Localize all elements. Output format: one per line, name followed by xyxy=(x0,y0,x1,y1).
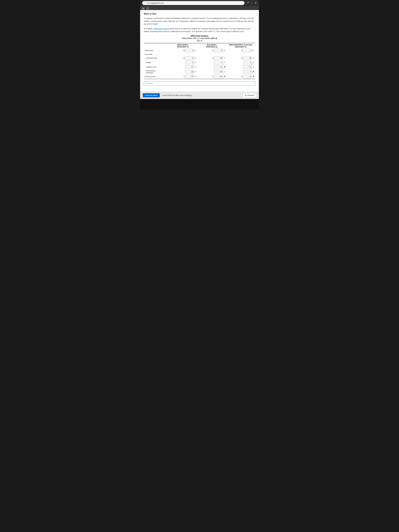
row-label-freight: Freight xyxy=(144,60,168,65)
star-icon[interactable]: ☆ xyxy=(251,2,253,5)
cell-sales-diff: $ ✓ xyxy=(226,48,255,53)
input-sales-diff[interactable] xyxy=(243,49,252,52)
col-header-label xyxy=(144,43,168,48)
address-bar[interactable]: ⓘ v2.cengagenow.com xyxy=(142,1,245,5)
table-row-variable: Variable costs ✓ ✗ xyxy=(144,65,255,69)
input-variable-alt2[interactable] xyxy=(214,65,223,69)
input-freight-diff[interactable] xyxy=(243,61,252,64)
x-icon-variable-alt2: ✗ xyxy=(224,66,226,68)
input-freight-alt2[interactable] xyxy=(214,61,223,64)
table-row-income: Income (Loss) $ ✓ $ ✗ xyxy=(144,74,255,79)
cell-fixed-diff: ✗ xyxy=(226,69,255,74)
input-fixed-alt2[interactable] xyxy=(214,70,223,74)
check-icon-sales-diff: ✓ xyxy=(253,49,254,52)
calc-icon[interactable]: 🗒 xyxy=(146,7,149,10)
browser-chrome: ⓘ v2.cengagenow.com 🎤 ☆ ⬆ xyxy=(140,0,259,6)
check-icon-purchase-alt2: ✓ xyxy=(224,57,226,59)
diff-table: Make Bottles(Alternative 1) Buy Bottles(… xyxy=(144,43,255,79)
x-icon-income-alt2: ✗ xyxy=(224,75,226,78)
cell-variable-alt2: ✗ xyxy=(197,65,226,69)
check-icon-fixed-alt1: ✓ xyxy=(195,70,196,73)
tab-bar: ▶ 🗒 xyxy=(140,6,259,10)
input-freight-alt1[interactable] xyxy=(185,61,194,64)
analysis-date: July 31 xyxy=(144,40,255,42)
share-icon[interactable]: ⬆ xyxy=(255,2,257,5)
input-income-diff[interactable] xyxy=(243,75,252,78)
info-icon: ⓘ xyxy=(144,2,146,4)
table-row: Sales price $ ✓ $ ✓ xyxy=(144,48,255,53)
analysis-title: Differential Analysis xyxy=(144,35,255,37)
cell-freight-diff: ✓ xyxy=(226,60,255,65)
previous-label: Previous xyxy=(247,94,254,96)
browser-icons: 🎤 ☆ ⬆ xyxy=(246,2,257,5)
cell-fixed-alt2: ✓ xyxy=(197,69,226,74)
check-icon-purchase-alt1: ✓ xyxy=(195,57,196,59)
check-icon-variable-diff: ✓ xyxy=(253,66,254,68)
input-sales-alt1[interactable] xyxy=(185,49,194,52)
cell-sales-alt2: $ ✓ xyxy=(197,48,226,53)
part-a-text: a. Prepare a differential analysis dated… xyxy=(144,27,255,33)
previous-button[interactable]: ❮ Previous xyxy=(243,93,256,97)
input-purchase-alt2[interactable] xyxy=(214,56,223,60)
cell-variable-alt1: ✓ xyxy=(168,65,197,69)
cell-purchase-diff: $ ✓ xyxy=(226,56,255,60)
row-label-unit-costs: Unit costs: xyxy=(144,53,168,56)
input-income-alt2[interactable] xyxy=(214,75,223,78)
input-purchase-diff[interactable] xyxy=(243,56,252,60)
cell-variable-diff: ✓ xyxy=(226,65,255,69)
check-icon-sales-alt1: ✓ xyxy=(195,49,196,52)
feedback-label: Feedback xyxy=(146,82,153,84)
check-icon-freight-diff: ✓ xyxy=(253,61,254,64)
table-row-freight: Freight ✓ ✓ xyxy=(144,60,255,65)
table-row-purchase: Purchase price $ ✓ $ ✓ xyxy=(144,56,255,60)
cell-fixed-alt1: ✓ xyxy=(168,69,197,74)
video-icon[interactable]: ▶ xyxy=(142,7,145,10)
check-icon-freight-alt1: ✓ xyxy=(195,61,196,64)
chevron-left-icon: ❮ xyxy=(245,94,247,96)
check-work-button[interactable]: Check My Work xyxy=(143,93,160,97)
check-icon-income-alt1: ✓ xyxy=(195,75,196,78)
row-label-sales: Sales price xyxy=(144,48,168,53)
analysis-subtitle: Make Bottles (Alt. 1) or Buy Bottles (Al… xyxy=(144,37,255,39)
cell-freight-alt2: ✓ xyxy=(197,60,226,65)
row-label-variable: Variable costs xyxy=(144,65,168,69)
page-title: Make or Buy xyxy=(144,13,255,15)
row-label-purchase: Purchase price xyxy=(144,56,168,60)
cell-purchase-alt1: $ ✓ xyxy=(168,56,197,60)
cell-income-diff: $ ✗ xyxy=(226,74,255,79)
cell-income-alt1: $ ✓ xyxy=(168,74,197,79)
mic-icon[interactable]: 🎤 xyxy=(246,2,249,5)
check-icon-variable-alt1: ✓ xyxy=(195,66,196,68)
input-variable-diff[interactable] xyxy=(243,65,252,69)
feedback-box: Feedback xyxy=(144,81,255,86)
url-text: v2.cengagenow.com xyxy=(147,2,164,4)
page-content: Make or Buy A company manufactures vario… xyxy=(140,10,259,92)
check-icon-freight-alt2: ✓ xyxy=(224,61,226,64)
input-fixed-alt1[interactable] xyxy=(185,70,194,74)
analysis-container: Differential Analysis Make Bottles (Alt.… xyxy=(144,35,255,79)
remaining-text: 1 more Check My Work uses remaining. xyxy=(162,94,192,96)
check-icon-fixed-alt2: ✓ xyxy=(224,70,226,73)
cell-purchase-alt2: $ ✓ xyxy=(197,56,226,60)
table-row-fixed: Fixed factoryoverhead ✓ ✓ xyxy=(144,69,255,74)
x-icon-fixed-diff: ✗ xyxy=(253,70,254,73)
row-label-income: Income (Loss) xyxy=(144,74,168,79)
diff-analysis-link[interactable]: differential analysis xyxy=(154,28,169,30)
input-sales-alt2[interactable] xyxy=(214,49,223,52)
problem-text: A company manufactures various-sized pla… xyxy=(144,17,255,25)
table-row-unit-costs: Unit costs: xyxy=(144,53,255,56)
input-purchase-alt1[interactable] xyxy=(185,56,194,60)
cell-sales-alt1: $ ✓ xyxy=(168,48,197,53)
row-label-fixed: Fixed factoryoverhead xyxy=(144,69,168,74)
col-header-alt2: Buy Bottles(Alternative 2) xyxy=(197,43,226,48)
check-icon-sales-alt2: ✓ xyxy=(224,49,226,52)
input-fixed-diff[interactable] xyxy=(243,70,252,74)
cell-freight-alt1: ✓ xyxy=(168,60,197,65)
input-variable-alt1[interactable] xyxy=(185,65,194,69)
cell-income-alt2: $ ✗ xyxy=(197,74,226,79)
bottom-bar: Check My Work 1 more Check My Work uses … xyxy=(140,92,259,99)
dark-bottom-area xyxy=(140,99,259,109)
input-income-alt1[interactable] xyxy=(185,75,194,78)
check-icon-purchase-diff: ✓ xyxy=(253,57,254,59)
x-icon-income-diff: ✗ xyxy=(253,75,254,78)
